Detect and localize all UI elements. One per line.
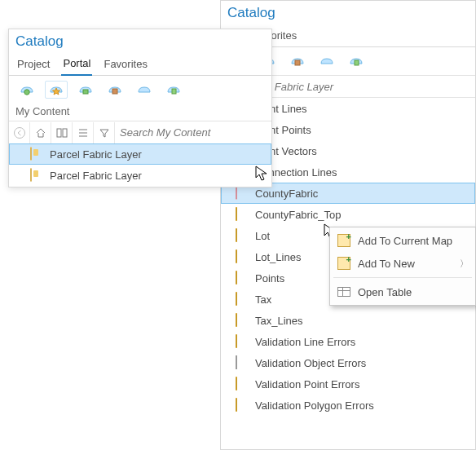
search-toolbar xyxy=(9,121,271,143)
layer-icon xyxy=(236,249,237,263)
tab-project[interactable]: Project xyxy=(15,54,51,75)
list-item-label: Validation Point Errors xyxy=(255,378,470,390)
list-item-selected[interactable]: Parcel Fabric Layer xyxy=(9,143,271,165)
menu-item-label: Add To New xyxy=(358,258,453,270)
svg-rect-7 xyxy=(112,89,117,94)
detail-view-button[interactable] xyxy=(51,122,73,143)
svg-point-4 xyxy=(24,90,29,95)
layer-icon xyxy=(236,271,237,285)
menu-open-table[interactable]: Open Table xyxy=(330,280,475,303)
catalog-panel-front: Catalog Project Portal Favorites My Cont… xyxy=(8,29,272,188)
add-icon xyxy=(337,257,350,270)
menu-item-label: Add To Current Map xyxy=(358,235,469,247)
panel-title: Catalog xyxy=(221,1,475,21)
menu-add-to-new[interactable]: Add To New 〉 xyxy=(330,252,475,275)
parcel-fabric-icon xyxy=(30,168,32,182)
layer-icon xyxy=(236,313,237,327)
svg-rect-2 xyxy=(295,60,300,65)
list-item-label: ment Points xyxy=(255,124,470,136)
list-item-label: CountyFabric_Top xyxy=(255,209,470,221)
search-input[interactable] xyxy=(115,123,271,143)
filter-button[interactable] xyxy=(94,122,115,143)
back-button[interactable] xyxy=(9,122,30,143)
svg-rect-11 xyxy=(63,129,67,137)
list-item[interactable]: Validation Point Errors xyxy=(221,373,475,395)
list-view-button[interactable] xyxy=(73,122,94,143)
list-item-label: Tax_Lines xyxy=(255,315,470,327)
svg-rect-3 xyxy=(355,60,359,65)
cloud-doc-icon[interactable] xyxy=(162,81,185,99)
list-item-label: Parcel Fabric Layer xyxy=(50,148,266,161)
svg-point-9 xyxy=(14,127,24,138)
list-item[interactable]: Validation Object Errors xyxy=(221,352,475,373)
list-item-label: ment Vectors xyxy=(255,145,470,157)
add-icon xyxy=(337,234,350,247)
context-menu: Add To Current Map Add To New 〉 Open Tab… xyxy=(329,227,476,306)
cloud-building-icon[interactable] xyxy=(286,52,309,70)
list-item-label: Validation Line Errors xyxy=(255,336,470,348)
list-item-label: ment Lines xyxy=(255,103,470,115)
menu-add-to-current-map[interactable]: Add To Current Map xyxy=(330,229,475,252)
layer-icon xyxy=(236,377,237,390)
tab-bar: Project Portal Favorites xyxy=(9,50,271,76)
layer-icon xyxy=(236,292,237,306)
cloud-star-icon[interactable] xyxy=(45,81,68,99)
home-button[interactable] xyxy=(30,122,51,143)
list-item[interactable]: Validation Polygon Errors xyxy=(221,395,475,416)
cloud-plain-icon[interactable] xyxy=(315,52,338,70)
cloud-group-icon[interactable] xyxy=(74,81,97,99)
panel-title: Catalog xyxy=(9,29,271,50)
chevron-right-icon: 〉 xyxy=(460,258,469,270)
list-item-label: CountyFabric xyxy=(255,188,469,200)
portal-filter-icons xyxy=(9,76,271,104)
layer-icon xyxy=(236,334,237,348)
layer-icon xyxy=(236,228,237,242)
tab-portal[interactable]: Portal xyxy=(61,53,92,76)
content-list: Parcel Fabric Layer Parcel Fabric Layer xyxy=(9,143,271,186)
list-item-label: Parcel Fabric Layer xyxy=(50,170,267,182)
list-item[interactable]: Tax_Lines xyxy=(221,310,475,331)
menu-item-label: Open Table xyxy=(358,286,469,298)
table-icon xyxy=(337,287,350,297)
tab-favorites[interactable]: Favorites xyxy=(102,54,148,75)
svg-rect-10 xyxy=(57,129,61,137)
list-item-label: Connection Lines xyxy=(255,166,470,179)
list-item-label: Validation Object Errors xyxy=(255,357,470,369)
fabric-icon xyxy=(236,186,237,200)
parcel-fabric-icon xyxy=(30,147,32,161)
section-label: My Content xyxy=(9,104,271,121)
menu-separator xyxy=(333,277,472,278)
svg-rect-6 xyxy=(83,90,88,94)
list-item-label: Validation Polygon Errors xyxy=(255,399,470,412)
table-icon xyxy=(236,355,237,369)
svg-rect-8 xyxy=(172,89,176,94)
layer-icon xyxy=(236,207,237,221)
cloud-building-icon[interactable] xyxy=(104,81,126,99)
list-item[interactable]: CountyFabric_Top xyxy=(221,204,475,225)
cloud-person-icon[interactable] xyxy=(15,81,38,99)
layer-icon xyxy=(236,398,237,412)
cloud-doc-icon[interactable] xyxy=(345,52,368,70)
list-item[interactable]: Parcel Fabric Layer xyxy=(9,165,271,186)
cloud-plain-icon[interactable] xyxy=(133,81,156,99)
list-item[interactable]: Validation Line Errors xyxy=(221,331,475,352)
